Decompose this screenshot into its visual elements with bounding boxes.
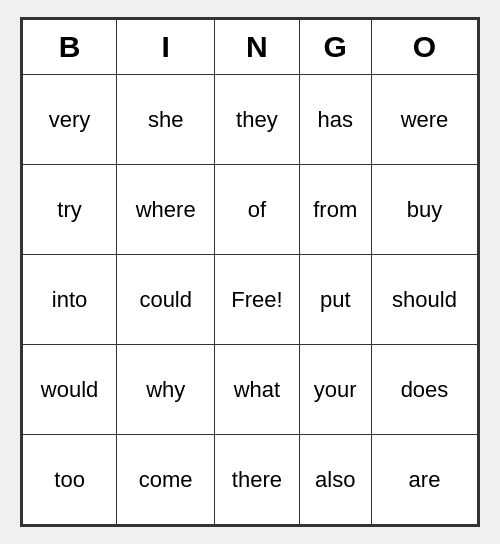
bingo-table: B I N G O very she they has were try whe… (22, 19, 478, 525)
cell-r1c5: were (371, 75, 477, 165)
cell-r2c1: try (23, 165, 117, 255)
header-i: I (117, 20, 215, 75)
table-row: too come there also are (23, 435, 478, 525)
table-row: would why what your does (23, 345, 478, 435)
table-row: try where of from buy (23, 165, 478, 255)
table-row: into could Free! put should (23, 255, 478, 345)
cell-r5c3: there (215, 435, 299, 525)
cell-r5c5: are (371, 435, 477, 525)
cell-r4c2: why (117, 345, 215, 435)
cell-r3c2: could (117, 255, 215, 345)
cell-r5c4: also (299, 435, 371, 525)
cell-r1c4: has (299, 75, 371, 165)
cell-r5c1: too (23, 435, 117, 525)
header-n: N (215, 20, 299, 75)
cell-r1c1: very (23, 75, 117, 165)
cell-r4c5: does (371, 345, 477, 435)
cell-r2c4: from (299, 165, 371, 255)
header-row: B I N G O (23, 20, 478, 75)
cell-r1c2: she (117, 75, 215, 165)
cell-r4c1: would (23, 345, 117, 435)
cell-r3c4: put (299, 255, 371, 345)
cell-r2c2: where (117, 165, 215, 255)
cell-r3c3-free: Free! (215, 255, 299, 345)
cell-r5c2: come (117, 435, 215, 525)
header-o: O (371, 20, 477, 75)
cell-r2c3: of (215, 165, 299, 255)
header-b: B (23, 20, 117, 75)
cell-r4c4: your (299, 345, 371, 435)
cell-r4c3: what (215, 345, 299, 435)
cell-r2c5: buy (371, 165, 477, 255)
header-g: G (299, 20, 371, 75)
table-row: very she they has were (23, 75, 478, 165)
cell-r3c1: into (23, 255, 117, 345)
cell-r1c3: they (215, 75, 299, 165)
cell-r3c5: should (371, 255, 477, 345)
bingo-card: B I N G O very she they has were try whe… (20, 17, 480, 527)
